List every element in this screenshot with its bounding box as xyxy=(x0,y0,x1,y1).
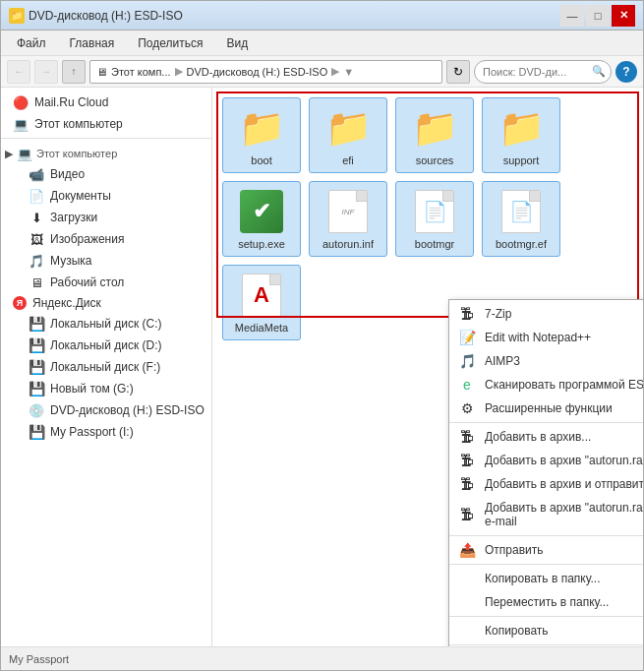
ctx-addautorunrar[interactable]: 🗜 Добавить в архив "autorun.rar" xyxy=(449,449,643,472)
ctx-movefolder[interactable]: Переместить в папку... xyxy=(449,590,643,614)
ctx-copyfolder-label: Копировать в папку... xyxy=(485,572,601,585)
sidebar-label-driveF: Локальный диск (F:) xyxy=(50,360,160,374)
file-item-efi[interactable]: 📁 efi xyxy=(309,97,387,173)
ctx-addrarandemail-label: Добавить в архив "autorun.rar" и отправи… xyxy=(485,501,643,528)
maximize-button[interactable]: □ xyxy=(586,5,610,27)
ctx-eset-label: Сканировать программой ESET Smart Securi… xyxy=(485,378,643,392)
file-item-sources[interactable]: 📁 sources xyxy=(395,97,474,173)
bootmgref-label: bootmgr.ef xyxy=(496,238,547,250)
mediameta-label: MediaMeta xyxy=(235,322,288,334)
7zip-icon: 🗜 xyxy=(457,304,477,324)
main-area: 🔴 Mail.Ru Cloud 💻 Этот компьютер ▶ 💻 Это… xyxy=(1,88,643,646)
sep2: ▶ xyxy=(331,65,339,78)
minimize-button[interactable]: — xyxy=(560,5,584,27)
addarch-icon: 🗜 xyxy=(457,427,477,447)
ctx-sep1 xyxy=(449,422,643,423)
sidebar-item-downloads[interactable]: ⬇ Загрузки xyxy=(1,207,211,228)
sidebar-item-driveC[interactable]: 💾 Локальный диск (C:) xyxy=(1,313,211,335)
file-item-setup[interactable]: ✔ setup.exe xyxy=(222,181,301,257)
sidebar-item-driveF[interactable]: 💾 Локальный диск (F:) xyxy=(1,356,211,378)
file-item-boot[interactable]: 📁 boot xyxy=(222,97,301,173)
ctx-advanced[interactable]: ⚙ Расширенные функции ▶ xyxy=(449,396,643,420)
sidebar-item-mypassport[interactable]: 💾 My Passport (I:) xyxy=(1,421,211,443)
window-title: DVD-дисковод (H:) ESD-ISO xyxy=(29,9,183,23)
sources-label: sources xyxy=(416,154,454,166)
ctx-copy[interactable]: Копировать xyxy=(449,619,643,642)
sidebar-item-mailru[interactable]: 🔴 Mail.Ru Cloud xyxy=(1,92,211,113)
addrarandemail-icon: 🗜 xyxy=(457,505,477,524)
music-icon: 🎵 xyxy=(29,253,44,269)
sidebar-item-images[interactable]: 🖼 Изображения xyxy=(1,228,211,250)
menu-home[interactable]: Главная xyxy=(60,33,125,53)
menu-file[interactable]: Файл xyxy=(7,33,56,53)
help-button[interactable]: ? xyxy=(615,61,637,83)
downloads-icon: ⬇ xyxy=(29,210,44,225)
sidebar-sep1 xyxy=(1,138,211,139)
ctx-send-label: Отправить xyxy=(485,543,544,557)
autorun-icon: INF xyxy=(324,188,372,235)
sidebar-item-video[interactable]: 📹 Видео xyxy=(1,163,211,185)
menu-view[interactable]: Вид xyxy=(216,33,258,53)
address-drive: DVD-дисковод (H:) ESD-ISO xyxy=(187,66,328,78)
ctx-copy-label: Копировать xyxy=(485,624,549,638)
window-icon: 📁 xyxy=(9,8,25,24)
file-item-autorun[interactable]: INF autorun.inf xyxy=(309,181,387,257)
support-label: support xyxy=(503,154,540,166)
ctx-notepad[interactable]: 📝 Edit with Notepad++ xyxy=(449,326,643,349)
file-item-bootmgr[interactable]: 📄 bootmgr xyxy=(395,181,474,257)
ctx-eset[interactable]: e Сканировать программой ESET Smart Secu… xyxy=(449,373,643,396)
menu-share[interactable]: Поделиться xyxy=(128,33,212,53)
sidebar-item-music[interactable]: 🎵 Музыка xyxy=(1,250,211,272)
mypassport-icon: 💾 xyxy=(29,424,44,440)
address-dropdown[interactable]: ▼ xyxy=(343,66,354,78)
sidebar-item-driveH[interactable]: 💿 DVD-дисковод (H:) ESD-ISО xyxy=(1,399,211,421)
notepad-icon: 📝 xyxy=(457,328,477,347)
sidebar-item-desktop[interactable]: 🖥 Рабочий стол xyxy=(1,272,211,293)
ctx-notepad-label: Edit with Notepad++ xyxy=(485,331,591,344)
ctx-copyfolder[interactable]: Копировать в папку... xyxy=(449,567,643,590)
search-wrapper: 🔍 xyxy=(474,60,612,84)
ctx-sep3 xyxy=(449,564,643,565)
sidebar-label-desktop: Рабочий стол xyxy=(50,275,124,289)
ctx-aimp3[interactable]: 🎵 AIMP3 ▶ xyxy=(449,349,643,373)
up-button[interactable]: ↑ xyxy=(62,60,86,84)
ctx-addautorunrar-label: Добавить в архив "autorun.rar" xyxy=(485,454,643,467)
file-item-support[interactable]: 📁 support xyxy=(482,97,560,173)
ctx-sep2 xyxy=(449,535,643,536)
sidebar-label-driveG: Новый том (G:) xyxy=(50,382,134,396)
sidebar-label-yandex: Яндекс.Диск xyxy=(32,296,101,310)
ctx-aimp3-label: AIMP3 xyxy=(485,354,520,368)
sidebar-label-mailru: Mail.Ru Cloud xyxy=(34,95,108,109)
sidebar-item-computer[interactable]: 💻 Этот компьютер xyxy=(1,113,211,135)
forward-button[interactable]: → xyxy=(34,60,58,84)
menu-bar: Файл Главная Поделиться Вид xyxy=(1,30,643,56)
sidebar-item-driveD[interactable]: 💾 Локальный диск (D:) xyxy=(1,335,211,356)
ctx-addarch-label: Добавить в архив... xyxy=(485,430,591,444)
sidebar-section-computer[interactable]: ▶ 💻 Этот компьютер xyxy=(1,142,211,163)
sidebar-item-documents[interactable]: 📄 Документы xyxy=(1,185,211,207)
status-bar: My Passport xyxy=(1,646,643,670)
ctx-send[interactable]: 📤 Отправить ▶ S Skype 👤 Адресат xyxy=(449,538,643,562)
file-item-bootmgref[interactable]: 📄 bootmgr.ef xyxy=(482,181,560,257)
back-button[interactable]: ← xyxy=(7,60,30,84)
ctx-addemail[interactable]: 🗜 Добавить в архив и отправить по e-mail… xyxy=(449,472,643,496)
ctx-addrarandemail[interactable]: 🗜 Добавить в архив "autorun.rar" и отпра… xyxy=(449,496,643,533)
refresh-button[interactable]: ↻ xyxy=(446,60,470,84)
sidebar-label-documents: Документы xyxy=(50,189,111,203)
ctx-addarch[interactable]: 🗜 Добавить в архив... xyxy=(449,425,643,449)
sidebar-item-driveG[interactable]: 💾 Новый том (G:) xyxy=(1,378,211,399)
driveH-icon: 💿 xyxy=(29,402,44,418)
ctx-7zip[interactable]: 🗜 7-Zip ▶ xyxy=(449,302,643,326)
close-button[interactable]: ✕ xyxy=(612,5,635,27)
desktop-icon: 🖥 xyxy=(29,274,44,290)
bootmgref-icon: 📄 xyxy=(498,188,545,235)
file-item-mediameta[interactable]: A MediaMeta xyxy=(222,265,301,340)
sidebar-item-yandex[interactable]: Я Яндекс.Диск xyxy=(1,293,211,313)
boot-icon: 📁 xyxy=(238,104,285,152)
mediameta-icon: A xyxy=(238,272,285,319)
ctx-7zip-label: 7-Zip xyxy=(485,307,511,321)
address-path[interactable]: 🖥 Этот комп... ▶ DVD-дисковод (H:) ESD-I… xyxy=(89,60,442,84)
driveD-icon: 💾 xyxy=(29,337,44,353)
search-input[interactable] xyxy=(474,60,612,84)
computer-section-icon: ▶ xyxy=(5,148,13,160)
